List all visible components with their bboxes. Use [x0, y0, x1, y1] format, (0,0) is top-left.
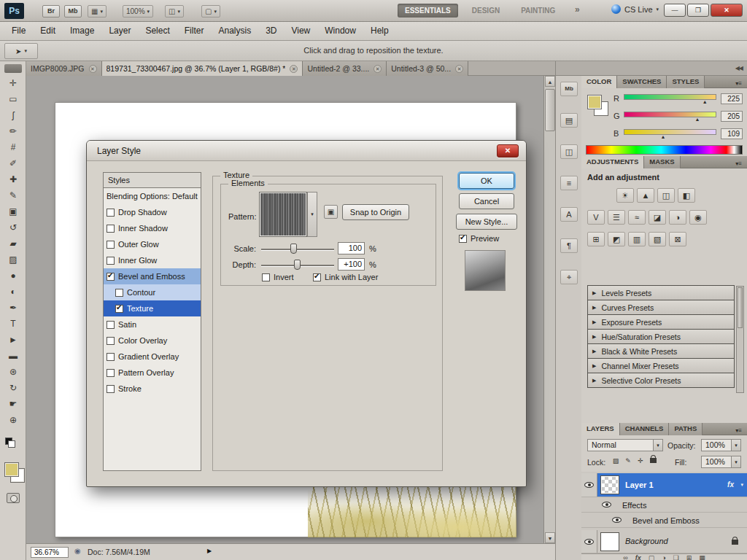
exposure-icon[interactable]: ◧ [678, 188, 695, 203]
checkbox[interactable] [262, 273, 270, 281]
menu-image[interactable]: Image [63, 22, 101, 40]
preview-checkbox[interactable]: Preview [459, 234, 499, 243]
add-layer-mask-icon[interactable]: ▢ [649, 554, 655, 560]
expander-triangle-icon[interactable]: ▶ [592, 305, 596, 311]
layer-comps-icon[interactable]: ≡ [560, 176, 578, 190]
scrollbar-thumb[interactable] [738, 287, 743, 328]
new-group-icon[interactable]: ❏ [673, 554, 679, 560]
path-selection-tool[interactable]: ► [4, 332, 23, 348]
menu-analysis[interactable]: Analysis [211, 22, 258, 40]
style-checkbox[interactable] [107, 257, 115, 265]
default-colors-icon[interactable] [5, 438, 15, 448]
hue-saturation-icon[interactable]: ☰ [608, 210, 625, 225]
type-tool[interactable]: T [4, 316, 23, 332]
tab-paths[interactable]: PATHS [669, 423, 703, 435]
eye-icon[interactable] [584, 482, 594, 488]
tab-channels[interactable]: CHANNELS [620, 423, 670, 435]
channel-value[interactable]: 109 [721, 128, 743, 139]
paragraph-icon[interactable]: ¶ [560, 238, 578, 253]
eraser-tool[interactable]: ▰ [4, 236, 23, 252]
zoom-input[interactable]: 36.67% [31, 547, 69, 558]
levels-icon[interactable]: ▲ [637, 188, 654, 203]
layer-thumbnail[interactable] [600, 475, 619, 494]
threshold-icon[interactable]: ▥ [628, 232, 646, 246]
checkbox[interactable] [313, 273, 321, 281]
workspace-design[interactable]: DESIGN [465, 4, 507, 18]
launch-mini-bridge-button[interactable]: Mb [64, 5, 82, 18]
character-icon[interactable]: A [560, 207, 578, 222]
gradient-map-icon[interactable]: ▧ [649, 232, 666, 246]
panel-menu-icon[interactable]: ▾≡ [735, 158, 746, 167]
channel-thumb[interactable]: ▲ [703, 99, 708, 104]
layer-row-background[interactable]: Background [581, 530, 747, 553]
fx-badge[interactable]: fx [727, 481, 734, 489]
style-color-overlay[interactable]: Color Overlay [104, 332, 201, 349]
layer-name[interactable]: Background [625, 537, 668, 545]
invert-checkbox[interactable]: Invert [262, 273, 294, 281]
presets-scrollbar[interactable] [736, 286, 744, 393]
style-bevel-and-emboss[interactable]: Bevel and Emboss [104, 268, 201, 284]
eye-icon[interactable] [602, 502, 611, 508]
zoom-level-dropdown[interactable]: 100% ▾ [123, 5, 153, 18]
menu-view[interactable]: View [284, 22, 317, 40]
dodge-tool[interactable]: ◐ [4, 284, 23, 300]
menu-3d[interactable]: 3D [258, 22, 284, 40]
close-button[interactable]: ✕ [711, 4, 743, 17]
dialog-title-bar[interactable]: Layer Style [87, 141, 526, 161]
view-extras-dropdown[interactable]: ▦ ▾ [88, 5, 107, 18]
doc-tab-819731[interactable]: 819731_73300467.jpg @ 36.7% (Layer 1, RG… [102, 61, 303, 76]
scroll-down-icon[interactable]: ▼ [545, 532, 555, 543]
arrange-documents-dropdown[interactable]: ◫ ▾ [165, 5, 184, 18]
workspace-overflow-icon[interactable]: » [575, 4, 580, 15]
style-checkbox[interactable] [115, 305, 123, 313]
clone-stamp-tool[interactable]: ▣ [4, 204, 23, 219]
depth-value-input[interactable]: +100 [338, 258, 365, 271]
collapse-dock-icon[interactable]: ◀◀ [735, 65, 743, 71]
style-inner-glow[interactable]: Inner Glow [104, 252, 201, 268]
healing-brush-tool[interactable]: ✚ [4, 172, 23, 187]
expander-triangle-icon[interactable]: ▶ [592, 334, 596, 340]
expander-triangle-icon[interactable]: ▶ [592, 349, 596, 354]
channel-slider[interactable]: ▲ [624, 92, 716, 105]
channel-track[interactable] [624, 129, 716, 135]
foreground-color-swatch[interactable] [4, 462, 19, 477]
collapse-effects-icon[interactable]: ▾ [740, 482, 743, 488]
marquee-tool[interactable]: ▭ [4, 92, 23, 107]
preset-row[interactable]: ▶ Exposure Presets [587, 314, 735, 330]
menu-window[interactable]: Window [317, 22, 363, 40]
dialog-close-button[interactable]: ✕ [497, 144, 519, 158]
posterize-icon[interactable]: ◩ [608, 232, 625, 246]
channel-mixer-icon[interactable]: ◉ [689, 210, 707, 225]
style-checkbox[interactable] [115, 289, 123, 297]
preset-row[interactable]: ▶ Black & White Presets [587, 343, 735, 359]
histogram-icon[interactable]: ▤ [560, 113, 578, 128]
lock-transparency-icon[interactable]: ▨ [611, 456, 621, 466]
expander-triangle-icon[interactable]: ▶ [592, 363, 596, 369]
channel-value[interactable]: 205 [721, 111, 743, 122]
eye-icon[interactable] [584, 539, 594, 545]
color-spectrum-ramp[interactable] [586, 145, 743, 155]
channel-track[interactable] [624, 112, 716, 117]
panel-menu-icon[interactable]: ▾≡ [735, 78, 746, 87]
style-checkbox[interactable] [107, 337, 115, 345]
link-layers-icon[interactable]: ∞ [623, 554, 627, 560]
cancel-button[interactable]: Cancel [459, 193, 514, 209]
style-checkbox[interactable] [107, 225, 115, 233]
minimize-button[interactable]: — [664, 4, 686, 17]
snap-to-origin-button[interactable]: Snap to Origin [342, 204, 409, 220]
style-blending-options[interactable]: Blending Options: Default [104, 188, 201, 204]
crop-tool[interactable]: # [4, 140, 23, 155]
lock-position-icon[interactable]: ✛ [635, 456, 646, 466]
menu-file[interactable]: File [4, 22, 33, 40]
new-layer-icon[interactable]: ⊞ [686, 554, 692, 560]
zoom-tool[interactable]: ⊕ [4, 413, 23, 428]
visibility-cell[interactable] [581, 530, 597, 553]
blur-tool[interactable]: ● [4, 268, 23, 284]
new-pattern-button[interactable]: ▣ [324, 205, 338, 219]
expander-triangle-icon[interactable]: ▶ [592, 290, 596, 296]
slider-thumb[interactable] [294, 260, 301, 270]
doc-tab-imgp8009[interactable]: IMGP8009.JPG ✕ [26, 61, 102, 76]
slider-thumb[interactable] [290, 244, 297, 254]
style-contour[interactable]: Contour [104, 284, 201, 300]
style-checkbox[interactable] [107, 369, 115, 377]
